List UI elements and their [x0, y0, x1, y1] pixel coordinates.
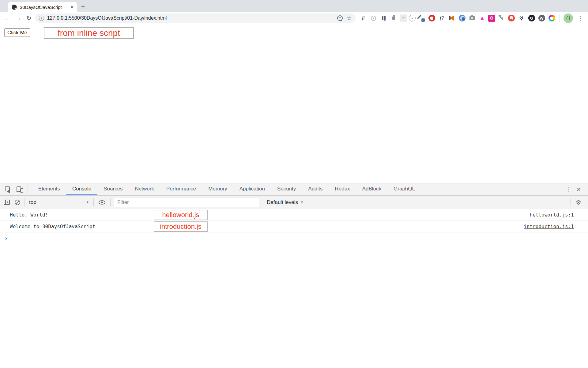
tab-sources[interactable]: Sources	[97, 183, 129, 195]
annotation-box-helloworld: helloworld.js	[154, 210, 208, 220]
tab-audits[interactable]: Audits	[302, 183, 329, 195]
context-label: top	[29, 199, 36, 205]
address-bar[interactable]: i 127.0.0.1:5500/30DaysOfJavaScript/01-D…	[35, 13, 356, 23]
console-message-row: Welcome to 30DaysOfJavaScript introducti…	[0, 221, 588, 232]
globe-favicon-icon	[12, 5, 17, 10]
bug-icon[interactable]	[390, 13, 398, 23]
console-settings-gear-icon[interactable]: ⚙	[576, 199, 581, 206]
fatkun-f-icon[interactable]: F	[359, 13, 368, 23]
chevron-down-icon: ▼	[86, 201, 89, 204]
console-filter-input[interactable]	[114, 198, 259, 207]
source-link[interactable]: helloworld.js:1	[530, 212, 574, 218]
divider	[561, 186, 561, 194]
page-viewport: Click Me from inline script	[0, 24, 588, 183]
console-log-area: Hello, World! helloworld.js helloworld.j…	[0, 209, 588, 244]
browser-menu-icon[interactable]: ⋮	[578, 15, 584, 22]
back-icon[interactable]: ←	[3, 14, 13, 22]
click-me-button[interactable]: Click Me	[4, 28, 30, 37]
reload-icon[interactable]: ↻	[24, 14, 34, 22]
log-levels-selector[interactable]: Default levels ▼	[267, 199, 303, 205]
gauge-circle-icon[interactable]: G	[527, 13, 536, 23]
context-selector[interactable]: top ▼	[29, 199, 89, 205]
radar-icon[interactable]	[369, 13, 378, 23]
red-bookmark-icon[interactable]	[507, 13, 515, 23]
inline-script-text-box: from inline script	[44, 27, 134, 39]
tab-security[interactable]: Security	[271, 183, 302, 195]
camera-icon[interactable]	[468, 13, 476, 23]
chevron-down-icon: ▼	[300, 201, 303, 204]
console-prompt-row[interactable]: ›	[0, 232, 588, 244]
tab-performance[interactable]: Performance	[160, 183, 202, 195]
tab-adblock[interactable]: AdBlock	[356, 183, 387, 195]
source-link[interactable]: introduction.js:1	[524, 224, 574, 229]
corner-arrows-icon[interactable]	[497, 13, 505, 23]
devtools-close-icon[interactable]: ×	[577, 186, 581, 194]
megaphone-icon[interactable]	[448, 13, 456, 23]
tab-console[interactable]: Console	[66, 183, 97, 195]
tab-graphql[interactable]: GraphQL	[387, 183, 421, 195]
forward-icon[interactable]: →	[13, 14, 24, 22]
pink-gear-icon[interactable]: ⚙	[488, 15, 495, 22]
json-viewer-icon[interactable]: -	[409, 15, 416, 21]
heart-search-icon[interactable]: ♥	[517, 13, 526, 23]
devtools-menu-icon[interactable]: ⋮	[566, 186, 572, 193]
tab-close-icon[interactable]: ×	[70, 4, 74, 10]
divider	[110, 198, 111, 206]
color-wheel-icon[interactable]	[548, 13, 556, 23]
vertical-bars-icon[interactable]	[379, 13, 388, 23]
extension-shelf: F * - f? ▲ ⚙ ♥ G W {} ⋮	[359, 13, 585, 23]
divider	[24, 198, 25, 206]
console-message-row: Hello, World! helloworld.js helloworld.j…	[0, 209, 588, 221]
console-sidebar-toggle-icon[interactable]	[4, 200, 10, 205]
stop-hand-icon[interactable]	[428, 13, 436, 23]
device-toolbar-icon[interactable]	[17, 186, 23, 193]
function-question-icon[interactable]: f?	[438, 13, 446, 23]
annotation-box-introduction: introduction.js	[154, 221, 208, 232]
devtools-tab-bar: Elements Console Sources Network Perform…	[0, 183, 588, 196]
console-toolbar: top ▼ Default levels ▼ ⚙	[0, 196, 588, 209]
swirl-icon[interactable]	[458, 13, 466, 23]
browser-tab-strip: 30DaysOfJavaScript × +	[0, 0, 588, 12]
tab-application[interactable]: Application	[233, 183, 271, 195]
devtools-panel: Elements Console Sources Network Perform…	[0, 183, 588, 368]
shelf-separator	[560, 14, 560, 22]
profile-avatar[interactable]: {}	[564, 13, 573, 23]
wave-circle-icon[interactable]: W	[537, 13, 546, 23]
browser-toolbar: ← → ↻ i 127.0.0.1:5500/30DaysOfJavaScrip…	[0, 12, 588, 24]
divider	[571, 198, 571, 206]
console-prompt-chevron-icon: ›	[4, 235, 8, 241]
console-message-text: Welcome to 30DaysOfJavaScript	[10, 224, 95, 229]
console-message-text: Hello, World!	[10, 212, 48, 218]
bookmark-star-icon[interactable]: ☆	[346, 14, 352, 22]
live-expression-eye-icon[interactable]	[99, 200, 105, 205]
log-levels-label: Default levels	[267, 199, 298, 205]
tab-network[interactable]: Network	[129, 183, 160, 195]
colorzilla-eyedropper-icon[interactable]	[417, 13, 426, 23]
tab-memory[interactable]: Memory	[202, 183, 233, 195]
divider	[93, 198, 94, 206]
divider	[28, 186, 28, 194]
devtools-tabs: Elements Console Sources Network Perform…	[32, 183, 421, 195]
site-info-icon[interactable]: i	[39, 16, 44, 21]
tab-redux[interactable]: Redux	[329, 183, 356, 195]
tab-elements[interactable]: Elements	[32, 183, 66, 195]
tab-title: 30DaysOfJavaScript	[20, 5, 67, 10]
page-zoom-icon[interactable]	[337, 15, 343, 21]
pink-triangle-icon[interactable]: ▲	[478, 13, 486, 23]
new-tab-button[interactable]: +	[81, 2, 85, 11]
browser-tab[interactable]: 30DaysOfJavaScript ×	[8, 2, 77, 12]
clear-console-icon[interactable]	[15, 200, 20, 205]
url-text[interactable]: 127.0.0.1:5500/30DaysOfJavaScript/01-Day…	[47, 15, 334, 21]
inspect-element-icon[interactable]	[5, 186, 11, 193]
flower-icon[interactable]: *	[400, 14, 407, 22]
